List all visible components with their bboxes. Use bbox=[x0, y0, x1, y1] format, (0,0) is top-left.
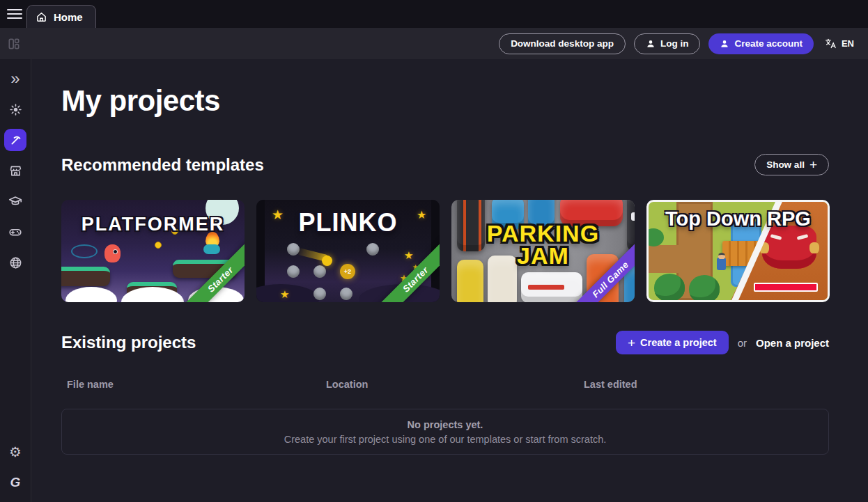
language-selector[interactable]: EN bbox=[822, 38, 857, 49]
login-label: Log in bbox=[660, 38, 689, 49]
tree-art bbox=[689, 275, 720, 302]
game-controller-icon bbox=[8, 224, 23, 240]
person-icon bbox=[646, 39, 656, 49]
storefront-icon bbox=[8, 164, 23, 178]
page-title: My projects bbox=[61, 84, 829, 118]
column-location: Location bbox=[326, 379, 584, 390]
sidebar-item-build[interactable] bbox=[0, 125, 31, 155]
sidebar-item-get-started[interactable] bbox=[0, 94, 31, 125]
tree-art bbox=[654, 274, 685, 301]
star-icon: ★ bbox=[404, 250, 413, 260]
player-character-art bbox=[717, 258, 726, 270]
create-project-label: Create a project bbox=[640, 337, 717, 348]
menu-icon[interactable] bbox=[7, 9, 22, 19]
ambulance-art bbox=[521, 272, 582, 302]
peg-art bbox=[313, 288, 326, 300]
gear-icon: ⚙ bbox=[9, 445, 22, 459]
boss-monster-art bbox=[762, 226, 816, 269]
home-icon bbox=[36, 11, 47, 23]
template-card-plinko[interactable]: +2 ★ ★ ★ ★ ★ ★ PLINKO Starter bbox=[256, 200, 440, 302]
home-page: My projects Recommended templates Show a… bbox=[31, 59, 868, 502]
star-icon: ★ bbox=[280, 289, 289, 299]
sidebar-item-shop[interactable] bbox=[0, 155, 31, 186]
template-card-parking-jam[interactable]: PARKING JAM Full Game bbox=[451, 200, 635, 302]
login-button[interactable]: Log in bbox=[634, 33, 701, 54]
eye-art bbox=[71, 244, 98, 258]
plus-icon: + bbox=[809, 158, 817, 171]
create-project-button[interactable]: + Create a project bbox=[616, 331, 729, 354]
template-title: PLINKO bbox=[256, 208, 440, 237]
person-icon bbox=[720, 39, 729, 49]
peg-art bbox=[366, 243, 379, 256]
sidebar-item-community[interactable] bbox=[0, 247, 31, 278]
toolbar: Download desktop app Log in Create accou… bbox=[0, 28, 868, 59]
show-all-button[interactable]: Show all + bbox=[754, 154, 829, 175]
template-title-line: JAM bbox=[451, 244, 635, 267]
tab-bar: Home bbox=[0, 0, 868, 28]
sidebar-item-play[interactable] bbox=[0, 217, 31, 247]
sidebar-item-preferences[interactable]: ⚙ bbox=[0, 439, 31, 464]
coin-art bbox=[155, 242, 162, 249]
bonus-peg-art: +2 bbox=[340, 264, 355, 279]
sidebar-expand[interactable]: » bbox=[0, 63, 31, 94]
empty-projects-state: No projects yet. Create your first proje… bbox=[61, 409, 829, 455]
projects-table-header: File name Location Last edited bbox=[61, 379, 829, 390]
double-chevron-right-icon: » bbox=[10, 70, 20, 87]
column-last-edited: Last edited bbox=[584, 379, 829, 390]
create-account-label: Create account bbox=[734, 38, 803, 49]
globe-icon bbox=[8, 256, 23, 270]
path-art bbox=[649, 245, 690, 273]
empty-state-title: No projects yet. bbox=[408, 419, 483, 430]
download-desktop-app-button[interactable]: Download desktop app bbox=[499, 33, 626, 54]
template-title: Top Down RPG bbox=[649, 207, 828, 230]
or-text: or bbox=[738, 337, 747, 349]
create-account-button[interactable]: Create account bbox=[708, 33, 814, 54]
graduation-cap-icon bbox=[8, 194, 23, 209]
template-cards: PLATFORMER Starter +2 ★ ★ ★ ★ ★ ★ PLINKO… bbox=[61, 200, 829, 302]
tab-label: Home bbox=[54, 11, 83, 23]
column-file-name: File name bbox=[61, 379, 326, 390]
template-card-top-down-rpg[interactable]: Top Down RPG bbox=[646, 200, 830, 302]
existing-projects-heading: Existing projects bbox=[61, 333, 196, 352]
show-all-label: Show all bbox=[766, 159, 805, 170]
template-card-platformer[interactable]: PLATFORMER Starter bbox=[61, 200, 245, 302]
peg-art bbox=[287, 265, 300, 278]
language-label: EN bbox=[842, 38, 854, 49]
open-project-link[interactable]: Open a project bbox=[756, 337, 829, 349]
template-title: PLATFORMER bbox=[61, 214, 245, 235]
bush-art bbox=[646, 228, 664, 246]
cloud-art bbox=[65, 287, 117, 302]
peg-art bbox=[340, 288, 352, 300]
sidebar-item-learn[interactable] bbox=[0, 186, 31, 217]
sparkle-icon bbox=[8, 102, 23, 117]
plus-icon: + bbox=[628, 336, 635, 350]
peg-art bbox=[313, 265, 326, 278]
pickaxe-icon bbox=[9, 134, 22, 147]
tab-home[interactable]: Home bbox=[26, 5, 96, 28]
platform-art bbox=[61, 267, 110, 286]
empty-state-subtitle: Create your first project using one of o… bbox=[284, 434, 607, 445]
player-character-art bbox=[104, 244, 121, 262]
ball-art bbox=[322, 256, 332, 266]
health-bar-art bbox=[754, 283, 818, 292]
templates-heading: Recommended templates bbox=[61, 155, 264, 175]
translate-icon bbox=[825, 38, 837, 49]
gdevelop-logo-icon[interactable]: G bbox=[0, 470, 31, 495]
template-title-line: PARKING bbox=[451, 222, 635, 244]
sidebar: » bbox=[0, 59, 31, 502]
template-title: PARKING JAM bbox=[451, 222, 635, 267]
layout-panels-icon[interactable] bbox=[7, 37, 21, 51]
